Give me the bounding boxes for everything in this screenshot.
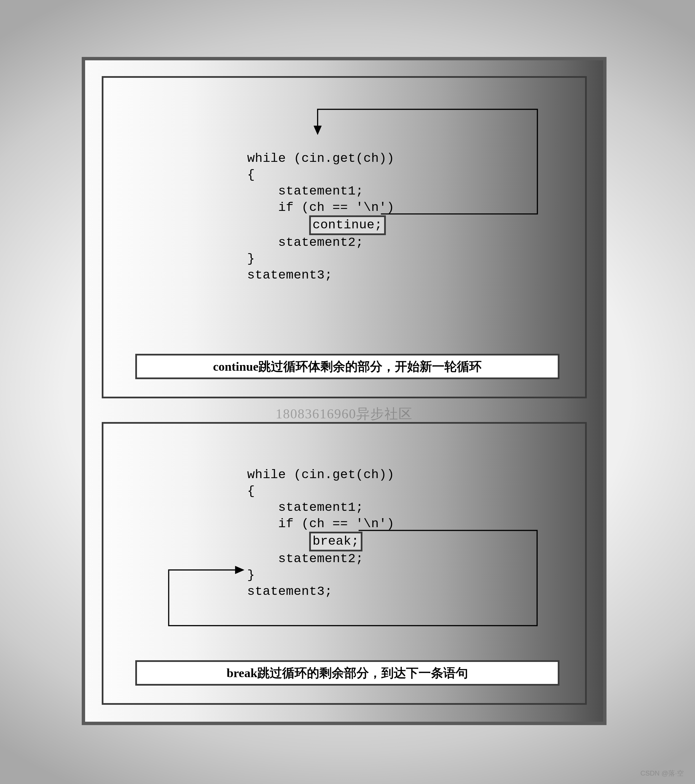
code-line: }: [247, 568, 255, 582]
code-line: statement3;: [247, 268, 333, 282]
code-line: if (ch == '\n'): [247, 517, 395, 531]
panel-break: while (cin.get(ch)) { statement1; if (ch…: [102, 422, 587, 705]
continue-keyword-box: continue;: [309, 216, 386, 235]
code-line: }: [247, 252, 255, 266]
code-continue: while (cin.get(ch)) { statement1; if (ch…: [247, 134, 395, 283]
code-line: while (cin.get(ch)): [247, 152, 395, 166]
code-line: {: [247, 484, 255, 498]
code-line: {: [247, 168, 255, 182]
code-line: statement1;: [247, 184, 364, 198]
code-line: statement1;: [247, 501, 364, 515]
code-line: while (cin.get(ch)): [247, 468, 395, 482]
outer-frame: while (cin.get(ch)) { statement1; if (ch…: [82, 57, 606, 725]
watermark-mid: 18083616960异步社区: [85, 405, 603, 423]
code-line: statement2;: [247, 236, 364, 250]
code-line: statement2;: [247, 552, 364, 566]
code-break: while (cin.get(ch)) { statement1; if (ch…: [247, 451, 395, 600]
watermark-corner: CSDN @落·空: [640, 769, 684, 778]
panel-continue: while (cin.get(ch)) { statement1; if (ch…: [102, 76, 587, 399]
break-keyword-box: break;: [309, 532, 362, 552]
diagram-canvas: while (cin.get(ch)) { statement1; if (ch…: [0, 0, 695, 784]
caption-break: break跳过循环的剩余部分，到达下一条语句: [135, 660, 560, 685]
svg-marker-1: [236, 566, 244, 574]
caption-continue: continue跳过循环体剩余的部分，开始新一轮循环: [135, 354, 560, 379]
svg-marker-0: [314, 126, 321, 135]
code-line: statement3;: [247, 585, 333, 599]
code-line: if (ch == '\n'): [247, 201, 395, 215]
